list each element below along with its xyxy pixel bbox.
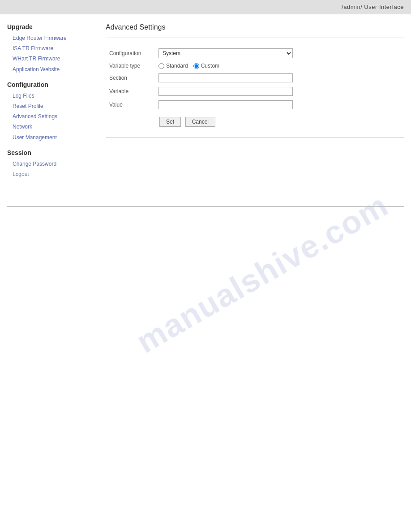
sidebar-link-application-website[interactable]: Application Website: [7, 64, 88, 75]
footer-divider: [7, 206, 404, 207]
variable-row: Variable: [106, 85, 347, 98]
variable-type-row: Variable type Standard Custom: [106, 60, 347, 71]
configuration-row: Configuration System: [106, 46, 347, 60]
main-layout: Upgrade Edge Router Firmware ISA TR Firm…: [0, 14, 411, 189]
sidebar-link-change-password[interactable]: Change Password: [7, 159, 88, 169]
bottom-divider: [106, 137, 404, 138]
header-title: /admin/ User Interface: [342, 4, 404, 10]
sidebar-link-logout[interactable]: Logout: [7, 169, 88, 180]
top-divider: [106, 38, 404, 38]
sidebar-section-session: Session: [7, 149, 88, 156]
section-label: Section: [106, 71, 155, 85]
advanced-settings-form: Configuration System Variable type: [106, 46, 347, 112]
section-row: Section: [106, 71, 347, 85]
configuration-control: System: [155, 46, 347, 60]
page-title: Advanced Settings: [106, 23, 404, 31]
variable-input[interactable]: [158, 87, 293, 96]
radio-standard[interactable]: [158, 63, 164, 69]
sidebar-link-reset-profile[interactable]: Reset Profile: [7, 101, 88, 112]
configuration-select[interactable]: System: [158, 48, 293, 58]
cancel-button[interactable]: Cancel: [185, 117, 215, 127]
sidebar: Upgrade Edge Router Firmware ISA TR Firm…: [7, 23, 97, 180]
sidebar-link-isa-tr[interactable]: ISA TR Firmware: [7, 43, 88, 54]
variable-type-label: Variable type: [106, 60, 155, 71]
set-button[interactable]: Set: [159, 117, 181, 127]
radio-group: Standard Custom: [158, 63, 344, 69]
radio-standard-label[interactable]: Standard: [158, 63, 188, 69]
sidebar-section-upgrade: Upgrade: [7, 23, 88, 30]
variable-label: Variable: [106, 85, 155, 98]
value-input[interactable]: [158, 100, 293, 109]
radio-standard-text: Standard: [166, 63, 188, 69]
variable-type-control: Standard Custom: [155, 60, 347, 71]
sidebar-link-whart-tr[interactable]: WHart TR Firmware: [7, 54, 88, 64]
button-row: Set Cancel: [106, 117, 404, 127]
sidebar-section-configuration: Configuration: [7, 81, 88, 88]
radio-custom-label[interactable]: Custom: [193, 63, 219, 69]
header-bar: /admin/ User Interface: [0, 0, 411, 14]
configuration-label: Configuration: [106, 46, 155, 60]
sidebar-link-advanced-settings[interactable]: Advanced Settings: [7, 112, 88, 122]
watermark: manualshive.com: [130, 186, 394, 360]
sidebar-link-log-files[interactable]: Log Files: [7, 91, 88, 101]
sidebar-link-user-management[interactable]: User Management: [7, 133, 88, 143]
content-area: Advanced Settings Configuration System V…: [97, 23, 404, 180]
value-label: Value: [106, 98, 155, 112]
sidebar-link-network[interactable]: Network: [7, 122, 88, 132]
value-row: Value: [106, 98, 347, 112]
variable-control: [155, 85, 347, 98]
section-control: [155, 71, 347, 85]
radio-custom-text: Custom: [201, 63, 219, 69]
radio-custom[interactable]: [193, 63, 199, 69]
section-input[interactable]: [158, 73, 293, 82]
sidebar-link-edge-router[interactable]: Edge Router Firmware: [7, 33, 88, 43]
value-control: [155, 98, 347, 112]
